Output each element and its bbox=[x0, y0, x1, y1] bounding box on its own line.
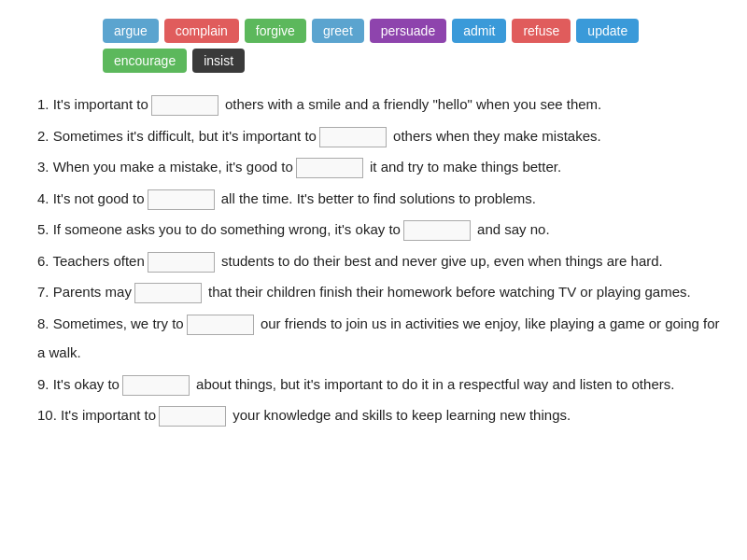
sentence-5: 5. If someone asks you to do something w… bbox=[37, 215, 728, 245]
sentence-3: 3. When you make a mistake, it's good to… bbox=[37, 152, 728, 182]
sentence-after-3: it and try to make things better. bbox=[366, 159, 561, 175]
word-chip-argue[interactable]: argue bbox=[103, 19, 159, 43]
word-chip-encourage[interactable]: encourage bbox=[103, 49, 187, 73]
blank-4[interactable] bbox=[148, 189, 215, 210]
sentence-1: 1. It's important to others with a smile… bbox=[37, 90, 728, 119]
blank-10[interactable] bbox=[159, 406, 226, 427]
sentence-after-7: that their children finish their homewor… bbox=[204, 284, 691, 300]
sentence-before-2: 2. Sometimes it's difficult, but it's im… bbox=[37, 128, 317, 144]
sentence-after-4: all the time. It's better to find soluti… bbox=[218, 190, 536, 206]
sentence-6: 6. Teachers often students to do their b… bbox=[37, 246, 728, 276]
sentence-before-5: 5. If someone asks you to do something w… bbox=[37, 221, 401, 237]
sentence-4: 4. It's not good to all the time. It's b… bbox=[37, 184, 728, 214]
sentence-before-9: 9. It's okay to bbox=[37, 376, 120, 392]
sentence-before-10: 10. It's important to bbox=[37, 407, 156, 423]
word-chip-insist[interactable]: insist bbox=[192, 49, 245, 73]
sentence-8: 8. Sometimes, we try to our friends to j… bbox=[37, 309, 728, 368]
blank-6[interactable] bbox=[148, 252, 215, 273]
sentence-before-1: 1. It's important to bbox=[37, 96, 148, 112]
blank-5[interactable] bbox=[403, 220, 471, 241]
blank-9[interactable] bbox=[122, 375, 190, 396]
sentence-10: 10. It's important to your knowledge and… bbox=[37, 400, 728, 430]
sentence-after-10: your knowledge and skills to keep learni… bbox=[229, 407, 571, 423]
sentence-9: 9. It's okay to about things, but it's i… bbox=[37, 370, 728, 399]
sentence-after-1: others with a smile and a friendly "hell… bbox=[221, 96, 602, 112]
sentence-before-3: 3. When you make a mistake, it's good to bbox=[37, 159, 293, 175]
word-chip-update[interactable]: update bbox=[576, 19, 639, 43]
blank-8[interactable] bbox=[187, 315, 254, 335]
sentence-before-8: 8. Sometimes, we try to bbox=[37, 315, 184, 331]
sentences-container: 1. It's important to others with a smile… bbox=[19, 90, 728, 430]
word-chip-refuse[interactable]: refuse bbox=[512, 19, 571, 43]
word-chip-greet[interactable]: greet bbox=[312, 19, 364, 43]
sentence-after-9: about things, but it's important to do i… bbox=[192, 376, 674, 392]
blank-2[interactable] bbox=[319, 127, 387, 147]
word-chip-complain[interactable]: complain bbox=[164, 19, 239, 43]
blank-1[interactable] bbox=[151, 95, 218, 116]
sentence-after-2: others when they make mistakes. bbox=[389, 128, 601, 144]
blank-7[interactable] bbox=[134, 283, 202, 303]
sentence-before-4: 4. It's not good to bbox=[37, 190, 145, 206]
sentence-before-7: 7. Parents may bbox=[37, 284, 132, 300]
sentence-before-6: 6. Teachers often bbox=[37, 253, 145, 269]
sentence-after-5: and say no. bbox=[473, 221, 550, 237]
sentence-2: 2. Sometimes it's difficult, but it's im… bbox=[37, 121, 728, 151]
word-chip-forgive[interactable]: forgive bbox=[245, 19, 306, 43]
sentence-7: 7. Parents may that their children finis… bbox=[37, 277, 728, 307]
word-chip-persuade[interactable]: persuade bbox=[370, 19, 446, 43]
sentence-after-6: students to do their best and never give… bbox=[218, 253, 663, 269]
blank-3[interactable] bbox=[296, 158, 363, 178]
word-chip-admit[interactable]: admit bbox=[452, 19, 506, 43]
word-bank: arguecomplainforgivegreetpersuadeadmitre… bbox=[19, 19, 728, 73]
